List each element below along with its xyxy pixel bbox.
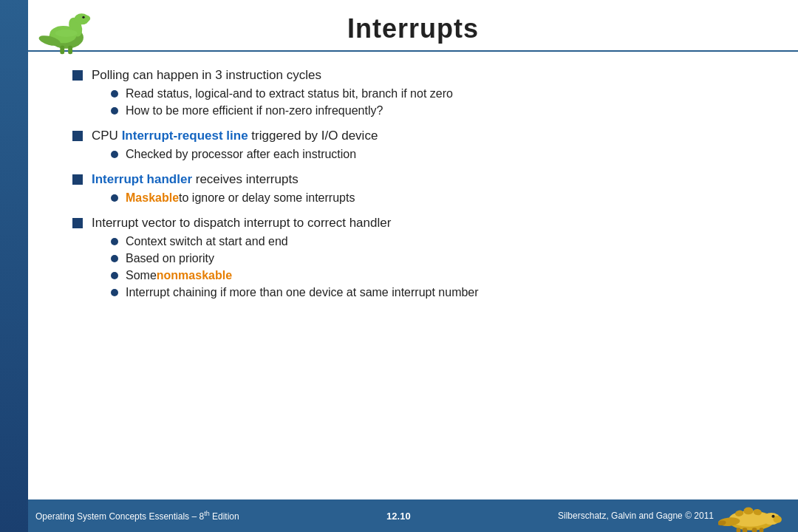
svg-rect-7 bbox=[60, 46, 64, 55]
svg-point-9 bbox=[55, 30, 78, 37]
bullet-square-icon bbox=[72, 131, 83, 141]
bullet-circle-icon bbox=[111, 194, 118, 202]
bullet-circle-icon bbox=[111, 151, 118, 158]
bullet-square-icon bbox=[72, 70, 83, 81]
footer: Operating System Concepts Essentials – 8… bbox=[28, 499, 798, 532]
sub-list: Read status, logical-and to extract stat… bbox=[111, 87, 453, 117]
sub-list-item: How to be more efficient if non-zero inf… bbox=[111, 104, 453, 117]
svg-rect-23 bbox=[737, 528, 741, 532]
svg-point-5 bbox=[82, 16, 84, 18]
sub-list: Maskable to ignore or delay some interru… bbox=[111, 191, 355, 205]
svg-rect-20 bbox=[743, 528, 748, 532]
sub-list-item: Based on priority bbox=[111, 252, 479, 265]
list-item: CPU Interrupt-request line triggered by … bbox=[72, 129, 754, 165]
bullet-circle-icon bbox=[111, 107, 118, 115]
bullet-circle-icon bbox=[111, 289, 118, 296]
sub-list-item: Checked by processor after each instruct… bbox=[111, 148, 378, 161]
sub-list-item: Some nonmaskable bbox=[111, 269, 479, 282]
bullet-text: Interrupt handler receives interrupts Ma… bbox=[92, 172, 355, 208]
top-dino-icon bbox=[32, 4, 95, 59]
footer-left-text: Operating System Concepts Essentials – 8… bbox=[35, 510, 239, 522]
svg-point-13 bbox=[743, 508, 753, 515]
bullet-circle-icon bbox=[111, 272, 118, 279]
left-accent bbox=[0, 0, 28, 532]
bullet-square-icon bbox=[72, 218, 83, 228]
list-item: Interrupt vector to dispatch interrupt t… bbox=[72, 216, 754, 303]
sub-list-item: Read status, logical-and to extract stat… bbox=[111, 87, 453, 100]
sub-list-item: Interrupt chaining if more than one devi… bbox=[111, 286, 479, 299]
svg-rect-8 bbox=[68, 46, 72, 55]
svg-rect-21 bbox=[752, 528, 757, 532]
header: Interrupts bbox=[28, 0, 798, 52]
list-item: Polling can happen in 3 instruction cycl… bbox=[72, 68, 754, 121]
footer-right-text: Silberschatz, Galvin and Gagne © 2011 bbox=[558, 511, 714, 521]
svg-point-17 bbox=[771, 515, 774, 518]
list-item: Interrupt handler receives interrupts Ma… bbox=[72, 172, 754, 208]
sub-list-item: Context switch at start and end bbox=[111, 235, 479, 248]
svg-rect-22 bbox=[760, 528, 764, 532]
bullet-circle-icon bbox=[111, 255, 118, 262]
bullet-text: Interrupt vector to dispatch interrupt t… bbox=[92, 216, 479, 303]
bullet-text: CPU Interrupt-request line triggered by … bbox=[92, 129, 378, 165]
bullet-circle-icon bbox=[111, 90, 118, 98]
bullet-circle-icon bbox=[111, 238, 118, 245]
bottom-dino-icon bbox=[718, 497, 785, 532]
page-title: Interrupts bbox=[58, 13, 768, 44]
footer-right: Silberschatz, Galvin and Gagne © 2011 bbox=[558, 497, 785, 532]
bullet-text: Polling can happen in 3 instruction cycl… bbox=[92, 68, 453, 121]
sub-list: Checked by processor after each instruct… bbox=[111, 148, 378, 161]
main-bullet-list: Polling can happen in 3 instruction cycl… bbox=[72, 68, 754, 303]
content-area: Polling can happen in 3 instruction cycl… bbox=[28, 52, 798, 499]
sub-list: Context switch at start and end Based on… bbox=[111, 235, 479, 299]
main-content: Interrupts Polling can happen in 3 instr… bbox=[28, 0, 798, 532]
footer-page-number: 12.10 bbox=[386, 511, 411, 522]
bullet-square-icon bbox=[72, 174, 83, 185]
sub-list-item: Maskable to ignore or delay some interru… bbox=[111, 191, 355, 205]
